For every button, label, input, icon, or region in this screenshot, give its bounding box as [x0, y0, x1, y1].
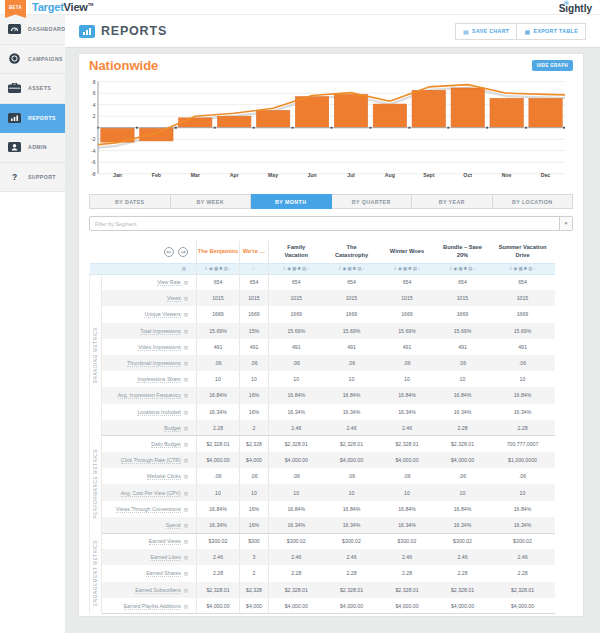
- chevron-left-icon[interactable]: ‹: [418, 266, 421, 271]
- table-row: Earned Likes▥2.4632.462.462.462.462.46: [90, 549, 555, 565]
- tab-by-year[interactable]: BY YEAR: [412, 194, 493, 209]
- metric-label[interactable]: Avg. Cost Per View (CPV): [121, 490, 181, 497]
- svg-text:6: 6: [93, 90, 96, 96]
- chart-icon[interactable]: ▥: [184, 555, 188, 560]
- column-header[interactable]: Family Vacation: [269, 241, 324, 263]
- metric-label[interactable]: Click Through Rate (CTR): [121, 457, 181, 464]
- column-header[interactable]: We're …: [240, 241, 269, 263]
- sidebar-item-reports[interactable]: REPORTS: [0, 104, 65, 134]
- chart-icon[interactable]: ▥: [184, 588, 188, 593]
- metric-label[interactable]: Thumbnail Impressions: [127, 360, 181, 367]
- chart-icon[interactable]: ▥: [184, 296, 188, 301]
- save-chart-button[interactable]: ▤SAVE CHART: [455, 23, 517, 40]
- tab-by-week[interactable]: BY WEEK: [171, 194, 252, 209]
- chart-icon[interactable]: ▥: [184, 523, 188, 528]
- tab-by-dates[interactable]: BY DATES: [89, 194, 171, 209]
- sidebar-item-label: ASSETS: [28, 85, 51, 91]
- chart-icon[interactable]: ▥: [184, 377, 188, 382]
- chart-icon[interactable]: ▥: [184, 474, 188, 479]
- chevron-left-icon[interactable]: ‹: [473, 266, 476, 271]
- metric-label[interactable]: Earned Shares: [146, 570, 181, 577]
- caret-down-icon[interactable]: ▼: [559, 217, 572, 230]
- chart-icon[interactable]: ▥: [184, 410, 188, 415]
- chevron-left-icon[interactable]: ‹: [229, 266, 232, 271]
- chart-icon[interactable]: ▥: [184, 393, 188, 398]
- segment-filter-input[interactable]: [90, 217, 559, 230]
- metric-value: $4,000.00: [197, 452, 240, 468]
- metric-label[interactable]: Views: [167, 295, 181, 302]
- column-header[interactable]: The Benjamins: [197, 241, 240, 263]
- chart-icon[interactable]: ▥: [184, 442, 188, 447]
- metric-label[interactable]: Earned Views: [149, 538, 181, 545]
- metric-value: 1015: [324, 290, 380, 306]
- tab-by-location[interactable]: BY LOCATION: [493, 194, 574, 209]
- chevron-right-icon[interactable]: ›: [253, 266, 256, 271]
- column-header[interactable]: Bundle – Save 20%: [435, 241, 491, 263]
- metric-label[interactable]: Avg. Impression Frequency: [118, 392, 181, 399]
- metric-label[interactable]: View Rate: [157, 279, 181, 286]
- metric-label[interactable]: Spend: [166, 522, 181, 529]
- chart-icon[interactable]: ▥: [184, 571, 188, 576]
- metric-label[interactable]: Locations Included: [137, 409, 180, 416]
- chart-icon[interactable]: ▥: [182, 266, 186, 271]
- metric-label[interactable]: Total Impressions: [140, 328, 180, 335]
- metric-label[interactable]: Earned Likes: [150, 554, 180, 561]
- metric-label[interactable]: Unique Viewers: [144, 311, 180, 318]
- chevron-left-icon[interactable]: ‹: [307, 266, 310, 271]
- arrow-left-icon[interactable]: ←: [164, 247, 174, 257]
- sidebar-item-dashboard[interactable]: DASHBOARD: [0, 15, 65, 45]
- chart-icon[interactable]: ▥: [184, 604, 188, 609]
- column-header[interactable]: Summer Vacation Drive: [491, 241, 555, 263]
- metric-value: 2.46: [324, 549, 380, 565]
- metric-value: 1015: [269, 290, 324, 306]
- svg-text:Jun: Jun: [307, 172, 316, 178]
- table-row: Avg. Cost Per View (CPV)▥10101010101010: [90, 484, 555, 500]
- metric-value: 1669: [324, 306, 380, 322]
- tab-by-month[interactable]: BY MONTH: [251, 194, 332, 209]
- metric-value: $4,000.00: [269, 598, 324, 614]
- chart-icon[interactable]: ▥: [184, 491, 188, 496]
- table-row: ENGAGEMENT METRICSEarned Views▥$300.02$3…: [90, 533, 555, 549]
- metric-label-cell: Video Impressions▥: [102, 339, 197, 355]
- metric-label[interactable]: Earned Playlist Additions: [124, 603, 181, 610]
- chart-icon[interactable]: ▥: [184, 539, 188, 544]
- metric-value: 15.69%: [197, 323, 240, 339]
- metric-value: 1669: [380, 306, 435, 322]
- chart-icon[interactable]: ▥: [184, 426, 188, 431]
- sidebar-item-support[interactable]: ?SUPPORT: [0, 163, 65, 193]
- chevron-left-icon[interactable]: ‹: [533, 266, 536, 271]
- metric-label[interactable]: Impressions Share: [137, 376, 180, 383]
- metric-label[interactable]: Website Clicks: [147, 473, 181, 480]
- metric-label[interactable]: Views Through Conversions: [116, 506, 181, 513]
- svg-text:Feb: Feb: [152, 172, 161, 178]
- metric-label[interactable]: Video Impressions: [138, 344, 181, 351]
- sidebar-item-admin[interactable]: ADMIN: [0, 133, 65, 163]
- chart-icon[interactable]: ▥: [184, 458, 188, 463]
- chart-icon[interactable]: ▥: [184, 507, 188, 512]
- metric-value: 2.46: [435, 549, 491, 565]
- chart-icon[interactable]: ▥: [184, 361, 188, 366]
- metric-value: $1,000,0000: [491, 452, 555, 468]
- metric-label-cell: Avg. Cost Per View (CPV)▥: [102, 484, 197, 500]
- metric-value: 2.28: [269, 565, 324, 581]
- hide-graph-button[interactable]: HIDE GRAPH: [532, 60, 573, 71]
- chart-icon[interactable]: ▥: [184, 312, 188, 317]
- chart-icon[interactable]: ▥: [184, 345, 188, 350]
- column-header[interactable]: The Catastrophy: [324, 241, 380, 263]
- chart-icon[interactable]: ▥: [184, 280, 188, 285]
- metric-value: $2,328.01: [197, 582, 240, 598]
- chart-icon[interactable]: ▥: [184, 329, 188, 334]
- metric-value: .06: [324, 468, 380, 484]
- content-area: Nationwide HIDE GRAPH -8-6-4-22468JanFeb…: [65, 48, 600, 633]
- sidebar-item-campaigns[interactable]: CAMPAIGNS: [0, 45, 65, 75]
- metric-label[interactable]: Earned Subscribers: [135, 587, 181, 594]
- sidebar-item-assets[interactable]: ASSETS: [0, 74, 65, 104]
- chevron-left-icon[interactable]: ‹: [362, 266, 365, 271]
- tab-by-quarter[interactable]: BY QUARTER: [332, 194, 413, 209]
- metric-value: 1669: [240, 306, 269, 322]
- metric-label[interactable]: Daily Budget: [151, 441, 180, 448]
- arrow-right-icon[interactable]: →: [178, 247, 188, 257]
- column-header[interactable]: Winter Woes: [380, 241, 435, 263]
- export-table-button[interactable]: ▦EXPORT TABLE: [517, 23, 586, 40]
- metric-label[interactable]: Budget: [164, 425, 180, 432]
